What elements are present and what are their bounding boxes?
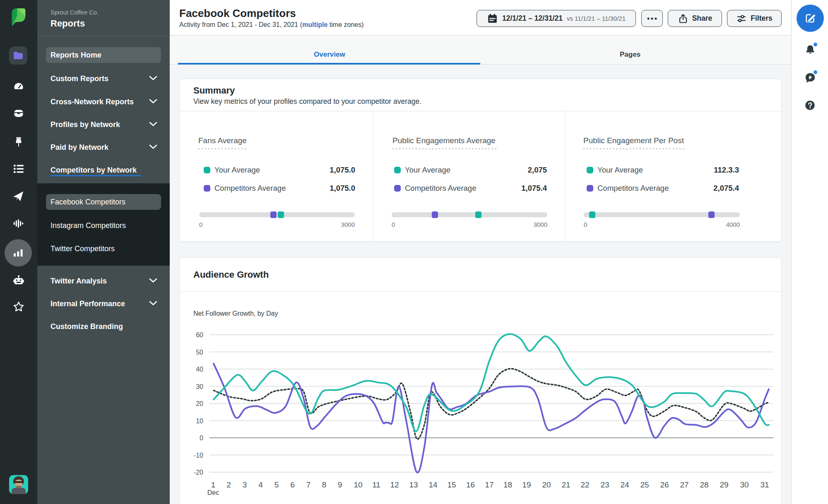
svg-text:-10: -10 [194, 452, 203, 459]
svg-text:18: 18 [503, 480, 512, 489]
svg-text:6: 6 [290, 480, 295, 489]
svg-text:1: 1 [211, 480, 216, 489]
svg-text:0: 0 [200, 434, 203, 442]
svg-text:Dec: Dec [207, 489, 219, 496]
svg-text:40: 40 [196, 366, 203, 373]
svg-text:20: 20 [196, 400, 203, 407]
svg-text:21: 21 [561, 480, 570, 489]
svg-text:4: 4 [258, 480, 263, 489]
svg-text:15: 15 [447, 480, 456, 489]
svg-text:7: 7 [306, 480, 311, 489]
svg-text:27: 27 [680, 480, 688, 489]
svg-text:11: 11 [372, 480, 380, 489]
svg-text:25: 25 [640, 480, 649, 489]
svg-text:17: 17 [485, 480, 493, 489]
svg-text:23: 23 [600, 480, 609, 489]
svg-text:-20: -20 [194, 469, 203, 476]
svg-text:29: 29 [720, 480, 728, 489]
svg-text:30: 30 [196, 383, 203, 390]
svg-text:12: 12 [390, 480, 399, 489]
svg-text:31: 31 [760, 480, 769, 489]
svg-text:9: 9 [338, 480, 342, 489]
svg-text:14: 14 [428, 480, 438, 489]
svg-text:24: 24 [620, 480, 629, 489]
svg-text:50: 50 [196, 349, 203, 356]
svg-text:60: 60 [196, 331, 203, 338]
svg-text:19: 19 [522, 480, 531, 489]
svg-text:28: 28 [700, 480, 708, 489]
svg-text:26: 26 [660, 480, 669, 489]
svg-text:22: 22 [580, 480, 589, 489]
svg-text:20: 20 [542, 480, 551, 489]
svg-text:2: 2 [226, 480, 231, 489]
svg-text:13: 13 [409, 480, 418, 489]
svg-text:30: 30 [740, 480, 749, 489]
svg-text:16: 16 [466, 480, 475, 489]
svg-text:3: 3 [243, 480, 247, 489]
svg-text:10: 10 [196, 418, 203, 425]
svg-text:10: 10 [354, 480, 362, 489]
svg-text:5: 5 [274, 480, 279, 489]
svg-text:8: 8 [322, 480, 327, 489]
